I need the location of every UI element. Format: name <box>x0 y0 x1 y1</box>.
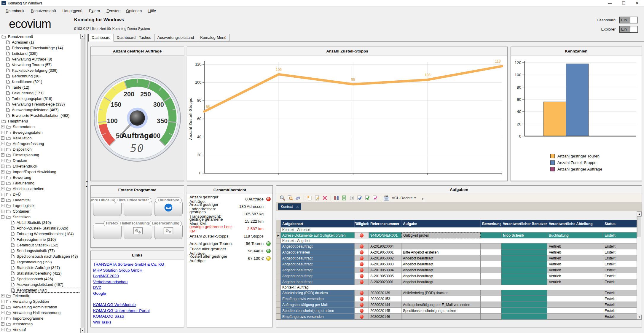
check-document-green-icon[interactable] <box>364 195 371 201</box>
expand-icon[interactable]: + <box>1 317 4 320</box>
tree-item-statusliste-auftr-ge-347[interactable]: Statusliste Aufträge (347) <box>0 265 80 270</box>
tree-item-importprogramme[interactable]: +Importprogramme <box>0 316 80 321</box>
menu-hauptmen[interactable]: Hauptmenü <box>59 7 85 14</box>
link-verkehrsrundschau[interactable]: Verkehrsrundschau <box>93 279 127 285</box>
tree-item-disposition[interactable]: +Disposition <box>0 146 80 152</box>
page-forward-icon[interactable] <box>348 195 355 201</box>
tree-item-auswertungsleitstand-467[interactable]: Auswertungsleitstand (467) <box>0 107 80 113</box>
expand-icon[interactable]: + <box>1 159 4 162</box>
tree-item-bewertung[interactable]: +Bewertung <box>0 175 80 180</box>
tree-item-auswertungsleitstand-467[interactable]: Auswertungsleitstand (467) <box>0 282 80 287</box>
table-row[interactable]: Angebot beauftragtA-2020020001Angebot be… <box>276 279 637 285</box>
tree-item-bewegungsdaten[interactable]: +Bewegungsdaten <box>0 130 80 135</box>
expand-icon[interactable]: + <box>1 176 4 179</box>
table-row[interactable]: Angebot beauftragtA-2019050003Angebot be… <box>276 261 637 267</box>
link-komalog-unternehmer-portal[interactable]: KOMALOG Unternehmer-Portal <box>93 308 150 314</box>
tree-item-speditionsbuch-nach-auftr-gen-43[interactable]: Speditionsbuch nach Aufträgen (43) <box>0 254 80 259</box>
tab-dashboard-tachos[interactable]: Dashboard - Tachos <box>114 34 154 41</box>
table-columns-icon[interactable] <box>333 195 340 201</box>
column-header-status[interactable]: Status <box>603 220 637 227</box>
document-list-icon[interactable] <box>340 195 347 201</box>
table-row[interactable]: Ablieferbeleg (POD) drucken2020020139Abl… <box>276 290 637 296</box>
link-komalog-saas[interactable]: KOMALOG SaaS <box>93 313 124 319</box>
tree-item-df[interactable]: +DFÜ <box>0 192 80 197</box>
column-header-f-lligkeit[interactable]: Fälligkeit <box>355 220 369 227</box>
tree-item-etikettendruck[interactable]: +Etikettendruck <box>0 163 80 169</box>
tree-item-kennzahlen-487[interactable]: Kennzahlen (487) <box>0 287 80 293</box>
tree-item-konditionen-321[interactable]: Konditionen (321) <box>0 79 80 85</box>
scroll-thumb[interactable] <box>637 216 641 237</box>
expand-icon[interactable]: + <box>1 125 4 128</box>
program-tile-hallenscannung[interactable]: Hallenscannung⚙⚙ <box>124 223 152 239</box>
scroll-down-icon[interactable]: ▼ <box>80 328 85 333</box>
program-tile-thunderbird[interactable]: Thunderbird <box>154 200 183 216</box>
expand-icon[interactable]: + <box>1 153 4 157</box>
expand-icon[interactable]: + <box>1 187 4 190</box>
check-document-pink-icon[interactable] <box>371 195 378 201</box>
expand-icon[interactable]: + <box>1 311 4 314</box>
kontext-group-button[interactable]: Kontext △ <box>278 203 301 210</box>
scroll-thumb[interactable] <box>81 39 85 328</box>
tree-item-container[interactable]: +Container <box>0 208 80 214</box>
table-row[interactable]: Spediteurbescheinigung drucken2020020145… <box>276 308 637 314</box>
expand-icon[interactable]: + <box>1 210 4 213</box>
tree-item-erfassung-einzelauftr-ge-14[interactable]: Erfassung Einzelaufträge (14) <box>0 45 80 51</box>
tree-item-drucken[interactable]: +Drucken <box>0 158 80 163</box>
expand-icon[interactable]: + <box>1 322 4 326</box>
tree-item-statistiken[interactable]: −Statistiken <box>0 214 80 220</box>
menu-fenster[interactable]: Fenster <box>103 7 123 14</box>
collapse-icon[interactable]: − <box>1 215 4 219</box>
scroll-down-icon[interactable]: ▼ <box>637 315 642 320</box>
delete-icon[interactable] <box>321 195 328 201</box>
program-tile-libre-office-writer[interactable]: Libre Office Writer <box>124 200 152 216</box>
expand-icon[interactable]: + <box>1 300 4 303</box>
tree-item-lagerlogistik[interactable]: +Lagerlogistik <box>0 203 80 208</box>
tree-item-kalkulation[interactable]: +Kalkulation <box>0 135 80 141</box>
tree-scrollbar[interactable]: ▲▼ <box>80 34 85 333</box>
tree-item-verkauf[interactable]: +Verkauf <box>0 327 80 332</box>
splitter[interactable]: ◄► <box>85 34 88 333</box>
search-icon[interactable] <box>279 195 286 201</box>
link-transdata-software-gmbh-co-kg[interactable]: TRANSDATA Software GmbH & Co. KG <box>93 262 164 267</box>
expand-icon[interactable]: + <box>1 198 4 202</box>
toolbar-overflow-icon[interactable]: ▼ <box>422 198 424 200</box>
expand-icon[interactable]: + <box>1 165 4 168</box>
table-row[interactable]: Empfängeravis versenden2020020153Erstell… <box>276 296 637 302</box>
check-document-blue-icon[interactable] <box>356 195 363 201</box>
expand-icon[interactable]: + <box>1 328 4 331</box>
tree-item-fahrzeugtermine-210[interactable]: Fahrzeugtermine (210) <box>0 237 80 242</box>
explorer-toggle[interactable]: Ein <box>619 26 638 33</box>
expand-icon[interactable]: + <box>1 181 4 185</box>
link-dvz[interactable]: DVZ <box>93 285 101 291</box>
tree-item-speditionsbuch-426[interactable]: Speditionsbuch (426) <box>0 276 80 282</box>
expand-icon[interactable]: + <box>1 193 4 196</box>
tree-item-assistenten[interactable]: +Assistenten <box>0 321 80 327</box>
tree-item-verwaltung-hallenscannung[interactable]: +Verwaltung Hallenscannung <box>0 310 80 316</box>
tree-item-verwaltung-spedition[interactable]: +Verwaltung Spedition <box>0 299 80 304</box>
menu-optionen[interactable]: Optionen <box>123 7 145 14</box>
maximize-button[interactable]: ☐ <box>617 0 630 7</box>
tasks-scrollbar[interactable]: ▲▼ <box>637 211 642 320</box>
column-header-referenznummer[interactable]: Referenznummer <box>369 220 401 227</box>
table-row[interactable]: Angebot erstellenA-2019050001Bitte Angeb… <box>276 249 637 255</box>
tree-item-benutzermen[interactable]: Benutzermenü <box>0 34 80 39</box>
link-mhp-solution-group-gmbh[interactable]: MHP Solution Group GmbH <box>93 267 142 273</box>
tree-item-stammdaten[interactable]: +Stammdaten <box>0 124 80 130</box>
expand-icon[interactable]: + <box>1 204 4 207</box>
expand-icon[interactable]: + <box>1 170 4 173</box>
tree-item-adressen-1[interactable]: Adressen (1) <box>0 39 80 45</box>
table-row[interactable]: Angebot beauftragtA-2019020004VertriebEr… <box>276 243 637 249</box>
expand-icon[interactable]: + <box>1 148 4 151</box>
eraser-icon[interactable] <box>294 195 301 201</box>
tree-item-tarife-12[interactable]: Tarife (12) <box>0 85 80 90</box>
minimize-button[interactable]: — <box>603 0 617 7</box>
menu-extern[interactable]: Extern <box>86 7 103 14</box>
expand-icon[interactable]: + <box>1 294 4 297</box>
tree-item-abfall-statistik-219[interactable]: Abfall Statistik (219) <box>0 220 80 225</box>
tree-item-verwaltung-touren-57[interactable]: Verwaltung Touren (57) <box>0 62 80 68</box>
column-header-aufgabe[interactable]: Aufgabe <box>401 220 481 227</box>
tree-item-packst-ckverfolgung-339[interactable]: Packstückverfolgung (339) <box>0 68 80 73</box>
tree-item-verwaltung-fremdbelege-333[interactable]: Verwaltung Fremdbelege (333) <box>0 101 80 107</box>
tree-item-einsatzplanung[interactable]: +Einsatzplanung <box>0 152 80 158</box>
table-row[interactable]: Angebot beauftragtA-2019050002Angebot be… <box>276 255 637 261</box>
